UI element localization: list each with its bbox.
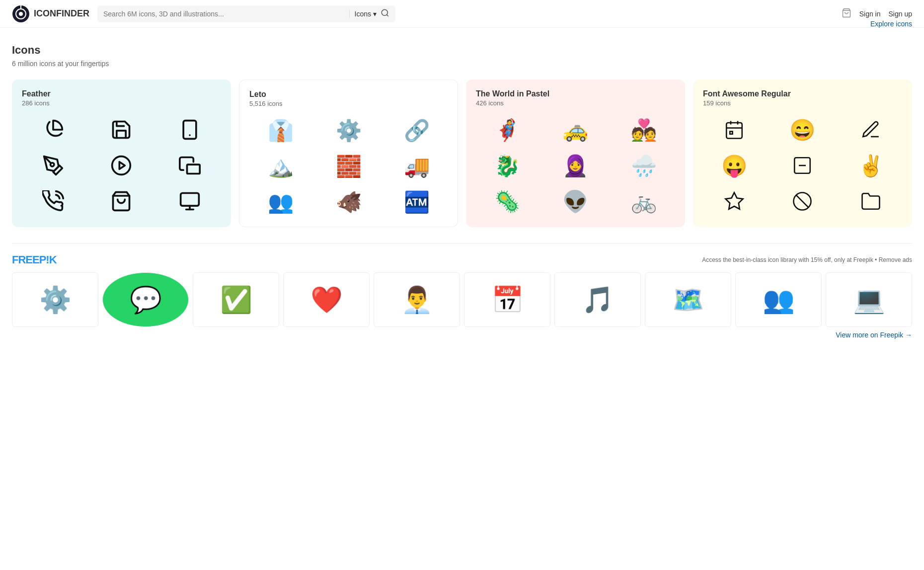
freepik-icon-3[interactable]: ✅ xyxy=(193,272,279,327)
svg-point-10 xyxy=(112,157,131,175)
header: ICONFINDER Icons ▾ Sign in Sign up xyxy=(0,0,924,28)
feather-icon-2 xyxy=(90,115,153,145)
sign-up-button[interactable]: Sign up xyxy=(889,10,912,18)
feather-icon-5 xyxy=(90,151,153,180)
search-input[interactable] xyxy=(103,10,345,18)
pastel-icon-2: 🚕 xyxy=(544,115,607,145)
icon-set-feather[interactable]: Feather 286 icons xyxy=(12,80,231,227)
fa-icon-8 xyxy=(771,186,834,216)
pastel-count: 426 icons xyxy=(476,99,675,107)
fa-icon-2: 😄 xyxy=(771,115,834,145)
pastel-icon-1: 🦸 xyxy=(476,115,539,145)
svg-point-2 xyxy=(19,12,23,16)
icon-sets-row: Feather 286 icons xyxy=(12,80,912,227)
feather-icon-1 xyxy=(22,115,84,145)
pastel-icon-6: 🌧️ xyxy=(613,151,675,180)
feather-icon-3 xyxy=(158,115,221,145)
feather-icon-4 xyxy=(22,151,84,180)
fa-icon-4: 😛 xyxy=(703,151,766,180)
pastel-icon-7: 🦠 xyxy=(476,186,539,216)
fa-icon-5 xyxy=(771,151,834,180)
svg-line-26 xyxy=(796,195,809,208)
chevron-down-icon: ▾ xyxy=(373,10,377,18)
leto-icon-5: 🧱 xyxy=(317,151,380,181)
freepik-icon-4[interactable]: ❤️ xyxy=(283,272,370,327)
icon-set-fontawesome[interactable]: Font Awesome Regular 159 icons 😄 😛 xyxy=(693,80,912,227)
freepik-icon-1[interactable]: ⚙️ xyxy=(12,272,98,327)
feather-count: 286 icons xyxy=(22,99,221,107)
main-content: Explore icons Icons 6 million icons at y… xyxy=(0,28,924,355)
freepik-icon-2[interactable]: 💬 xyxy=(102,272,189,327)
leto-icon-3: 🔗 xyxy=(385,115,448,145)
logo[interactable]: ICONFINDER xyxy=(12,5,89,23)
fa-count: 159 icons xyxy=(703,99,902,107)
freepik-icon-10[interactable]: 💻 xyxy=(826,272,912,327)
explore-link[interactable]: Explore icons xyxy=(870,20,912,28)
pastel-icon-8: 👽 xyxy=(544,186,607,216)
svg-rect-17 xyxy=(726,123,742,139)
icon-set-pastel[interactable]: The World in Pastel 426 icons 🦸 🚕 💑 🐉 🧕 … xyxy=(466,80,685,227)
svg-rect-21 xyxy=(730,132,732,134)
fa-icon-6: ✌️ xyxy=(840,151,902,180)
leto-preview: 👔 ⚙️ 🔗 🏔️ 🧱 🚚 👥 🐗 🏧 xyxy=(249,115,448,217)
leto-icon-9: 🏧 xyxy=(385,187,448,217)
feather-icon-6 xyxy=(158,151,221,180)
svg-rect-14 xyxy=(181,193,199,206)
ad-section: FREEP!K Access the best-in-class icon li… xyxy=(12,243,912,339)
svg-marker-24 xyxy=(725,193,743,209)
freepik-logo: FREEP!K xyxy=(12,253,57,266)
svg-rect-12 xyxy=(187,164,200,173)
logo-text: ICONFINDER xyxy=(34,8,89,19)
svg-point-4 xyxy=(382,9,387,15)
freepik-icon-9[interactable]: 👥 xyxy=(735,272,822,327)
pastel-name: The World in Pastel xyxy=(476,89,675,98)
fa-name: Font Awesome Regular xyxy=(703,89,902,98)
feather-icon-7 xyxy=(22,186,84,216)
pastel-icon-4: 🐉 xyxy=(476,151,539,180)
fa-icon-3 xyxy=(840,115,902,145)
leto-icon-4: 🏔️ xyxy=(249,151,311,181)
leto-name: Leto xyxy=(249,90,448,99)
view-more-link[interactable]: View more on Freepik → xyxy=(12,331,912,339)
icon-set-leto[interactable]: Leto 5,516 icons 👔 ⚙️ 🔗 🏔️ 🧱 🚚 👥 🐗 🏧 xyxy=(239,80,458,227)
svg-line-5 xyxy=(386,14,388,16)
header-right: Sign in Sign up xyxy=(842,8,912,20)
sign-in-button[interactable]: Sign in xyxy=(859,10,881,18)
ad-header: FREEP!K Access the best-in-class icon li… xyxy=(12,253,912,266)
svg-point-9 xyxy=(50,163,54,166)
logo-icon xyxy=(12,5,30,23)
feather-preview xyxy=(22,115,221,216)
feather-icon-8 xyxy=(90,186,153,216)
freepik-icon-6[interactable]: 📅 xyxy=(464,272,550,327)
fa-icon-1 xyxy=(703,115,766,145)
leto-icon-6: 🚚 xyxy=(385,151,448,181)
leto-icon-1: 👔 xyxy=(249,115,311,145)
svg-marker-11 xyxy=(120,162,125,169)
fa-icon-7 xyxy=(703,186,766,216)
page-title: Icons xyxy=(12,44,912,57)
leto-icon-8: 🐗 xyxy=(317,187,380,217)
cart-icon[interactable] xyxy=(842,8,851,20)
svg-rect-7 xyxy=(183,121,196,139)
feather-icon-9 xyxy=(158,186,221,216)
pastel-preview: 🦸 🚕 💑 🐉 🧕 🌧️ 🦠 👽 🚲 xyxy=(476,115,675,216)
pastel-icon-3: 💑 xyxy=(613,115,675,145)
freepik-icons-row: ⚙️ 💬 ✅ ❤️ 👨‍💼 📅 🎵 🗺️ 👥 💻 xyxy=(12,272,912,327)
pastel-icon-5: 🧕 xyxy=(544,151,607,180)
search-button[interactable] xyxy=(381,8,389,19)
leto-count: 5,516 icons xyxy=(249,100,448,107)
freepik-icon-8[interactable]: 🗺️ xyxy=(645,272,731,327)
fa-preview: 😄 😛 ✌️ xyxy=(703,115,902,216)
fa-icon-9 xyxy=(840,186,902,216)
freepik-icon-5[interactable]: 👨‍💼 xyxy=(374,272,460,327)
freepik-icon-7[interactable]: 🎵 xyxy=(554,272,641,327)
leto-icon-7: 👥 xyxy=(249,187,311,217)
search-bar: Icons ▾ xyxy=(97,5,395,22)
ad-text: Access the best-in-class icon library wi… xyxy=(702,256,912,263)
page-subtitle: 6 million icons at your fingertips xyxy=(12,60,912,68)
feather-name: Feather xyxy=(22,89,221,98)
leto-icon-2: ⚙️ xyxy=(317,115,380,145)
search-type-dropdown[interactable]: Icons ▾ xyxy=(349,10,377,18)
pastel-icon-9: 🚲 xyxy=(613,186,675,216)
